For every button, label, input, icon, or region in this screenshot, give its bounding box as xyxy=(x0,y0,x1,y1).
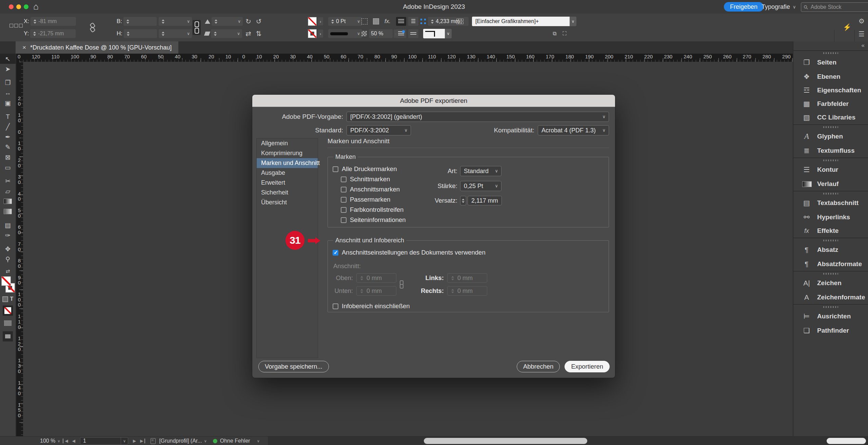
constrain-dimensions-icon[interactable] xyxy=(90,23,94,32)
quick-apply-icon[interactable]: ⧉ xyxy=(553,31,556,37)
workspace-switcher[interactable]: Typografie xyxy=(762,2,796,12)
compatibility-dropdown[interactable]: Acrobat 4 (PDF 1.3) xyxy=(538,125,609,135)
pen-tool[interactable]: ✒ xyxy=(0,132,16,142)
panel-absatz[interactable]: ¶ Absatz xyxy=(793,238,868,257)
minimize-window-button[interactable] xyxy=(16,4,21,9)
checkbox[interactable] xyxy=(341,197,347,203)
panel-effekte[interactable]: fx Effekte xyxy=(793,224,868,238)
checkbox[interactable] xyxy=(341,187,347,192)
maximize-window-button[interactable] xyxy=(24,4,28,9)
panel-eigenschaften[interactable]: ☲ Eigenschaften xyxy=(793,84,868,97)
rotate-ccw-icon[interactable]: ↺ xyxy=(256,17,262,25)
page-tool[interactable]: ❐ xyxy=(0,77,16,88)
home-icon[interactable]: ⌂ xyxy=(33,1,39,12)
panel-verlauf[interactable]: Verlauf xyxy=(793,177,868,191)
stroke-style-dropdown[interactable]: ∨ xyxy=(328,29,362,38)
standard-dropdown[interactable]: PDF/X-3:2002 xyxy=(347,125,411,135)
dialog-section-item[interactable]: Marken und Anschnitt xyxy=(257,158,318,168)
stroke-arrow-button[interactable] xyxy=(318,30,323,38)
gpu-performance-icon[interactable]: ⚡ xyxy=(843,23,851,31)
panel-absatzformate[interactable]: ¶ Absatzformate xyxy=(793,257,868,271)
formatting-affects-container-icon[interactable] xyxy=(2,296,8,302)
staerke-dropdown[interactable]: 0,25 Pt xyxy=(460,181,501,191)
pdf-preset-dropdown[interactable]: [PDF/X-3:2002] (geändert) xyxy=(347,112,609,122)
panel-zeichenformate[interactable]: A Zeichenformate xyxy=(793,291,868,304)
preflight-status-dropdown[interactable]: Ohne Fehler∨ xyxy=(220,438,260,444)
collapse-panels-icon[interactable]: « xyxy=(862,42,865,49)
zoom-level-dropdown[interactable]: 100 %∨ xyxy=(40,438,60,444)
note-tool[interactable]: ▤ xyxy=(0,220,16,230)
close-window-button[interactable] xyxy=(9,4,14,9)
use-document-bleed-row[interactable]: Anschnittseinstellungen des Dokuments ve… xyxy=(333,247,603,258)
auto-fit-icon[interactable] xyxy=(456,17,463,26)
horizontal-scrollbar[interactable] xyxy=(268,437,868,445)
last-page-button[interactable]: ▶ xyxy=(138,439,145,443)
height-field[interactable]: H: xyxy=(117,29,157,38)
gradient-feather-tool[interactable] xyxy=(0,206,16,217)
x-position-field[interactable]: X: -81 mm xyxy=(24,17,76,26)
gradient-tool[interactable] xyxy=(0,196,16,206)
content-collector-tool[interactable]: ▣ xyxy=(0,98,16,108)
rotate-cw-icon[interactable]: ↻ xyxy=(245,17,251,25)
direct-selection-tool[interactable]: ➤ xyxy=(0,64,16,74)
document-tab[interactable]: × *Druckdaten Kaffee Dose @ 100 % [GPU-V… xyxy=(16,41,178,54)
opacity-field[interactable]: 50 % xyxy=(361,29,399,38)
reference-point-proxy[interactable] xyxy=(9,24,23,27)
export-button[interactable]: Exportieren xyxy=(565,361,610,372)
free-transform-tool[interactable]: ▱ xyxy=(0,186,16,196)
dialog-section-item[interactable]: Allgemein xyxy=(257,138,318,148)
flip-vertical-icon[interactable]: ⇅ xyxy=(256,30,262,38)
tab-close-icon[interactable]: × xyxy=(22,44,26,51)
panel-textumfluss[interactable]: ≣ Textumfluss xyxy=(793,144,868,157)
panel-menu-icon[interactable]: ☰ xyxy=(859,30,865,38)
fill-swatch[interactable] xyxy=(308,17,323,26)
wrap-bounding-box-icon[interactable] xyxy=(408,17,418,26)
wrap-none-icon[interactable] xyxy=(396,17,406,26)
selection-tool[interactable]: ↖ xyxy=(0,54,16,64)
line-tool[interactable]: ╱ xyxy=(0,122,16,132)
first-page-button[interactable]: ◀ xyxy=(63,439,70,443)
swap-fill-stroke-icon[interactable]: ⇄ xyxy=(0,268,16,274)
versatz-field[interactable]: 2,117 mm xyxy=(460,196,502,205)
gap-tool[interactable]: ↔ xyxy=(0,88,16,98)
marks-checkbox-row[interactable]: Seiteninformationen xyxy=(341,215,603,225)
settings-gear-icon[interactable]: ⚙ xyxy=(859,17,865,25)
checkbox[interactable] xyxy=(333,166,338,172)
clear-overrides-icon[interactable]: ⛶ xyxy=(563,31,566,37)
wrap-jump-icon[interactable] xyxy=(408,29,418,38)
fill-arrow-button[interactable] xyxy=(318,17,323,25)
stroke-weight-field[interactable]: 0 Pt∨ xyxy=(328,17,362,26)
dialog-section-item[interactable]: Sicherheit xyxy=(257,188,318,198)
constrain-scale-icon[interactable] xyxy=(193,20,201,35)
apply-gradient-icon[interactable] xyxy=(4,320,12,326)
panel-ebenen[interactable]: ❖ Ebenen xyxy=(793,70,868,84)
preflight-profile-dropdown[interactable]: [Grundprofil] (Ar...∨ xyxy=(159,438,206,444)
apply-none-button[interactable] xyxy=(3,305,13,316)
include-slug-checkbox[interactable] xyxy=(333,303,338,309)
dialog-section-item[interactable]: Ausgabe xyxy=(257,168,318,178)
screen-mode-button[interactable] xyxy=(3,331,13,341)
scale-y-field[interactable]: ∨ xyxy=(159,29,192,38)
include-slug-row[interactable]: Infobereich einschließen xyxy=(333,301,603,311)
save-preset-button[interactable]: Vorgabe speichern... xyxy=(258,361,329,372)
type-tool[interactable]: T xyxy=(0,111,16,122)
shear-angle-field[interactable]: ∨ xyxy=(205,29,242,38)
search-input[interactable] xyxy=(810,4,855,11)
page-number-dropdown[interactable]: 1∨ xyxy=(80,437,128,445)
y-position-field[interactable]: Y: -21,75 mm xyxy=(24,29,76,38)
dialog-section-item[interactable]: Übersicht xyxy=(257,198,318,207)
rectangle-tool[interactable]: ▭ xyxy=(0,162,16,172)
scissors-tool[interactable]: ✂ xyxy=(0,176,16,186)
use-document-bleed-checkbox[interactable] xyxy=(333,250,338,256)
adobe-stock-search[interactable]: ⚲ xyxy=(801,2,868,12)
hand-tool[interactable]: ✥ xyxy=(0,244,16,254)
checkbox[interactable] xyxy=(341,207,347,213)
cancel-button[interactable]: Abbrechen xyxy=(517,361,560,372)
x-stepper[interactable] xyxy=(33,19,37,24)
panel-cc-libraries[interactable]: ▧ CC Libraries xyxy=(793,111,868,124)
checkbox[interactable] xyxy=(341,177,347,182)
panel-kontur[interactable]: ☰ Kontur xyxy=(793,157,868,177)
object-style-dropdown[interactable]: [Einfacher Grafikrahmen]+ ∨ xyxy=(472,17,576,26)
panel-glyphen[interactable]: A Glyphen xyxy=(793,124,868,144)
wrap-object-shape-icon[interactable] xyxy=(396,29,406,38)
